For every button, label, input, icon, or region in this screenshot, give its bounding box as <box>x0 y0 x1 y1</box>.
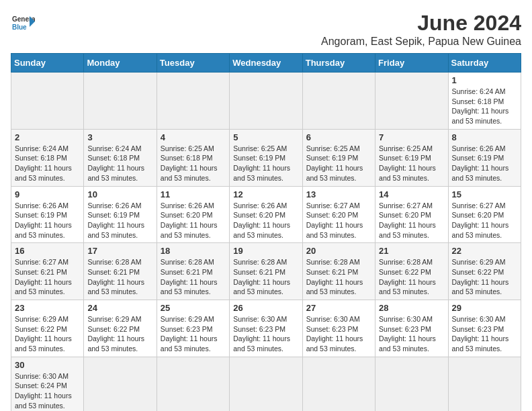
day-number: 17 <box>87 246 152 256</box>
day-info: Sunrise: 6:25 AMSunset: 6:19 PMDaylight:… <box>233 144 298 183</box>
day-number: 15 <box>452 189 517 199</box>
week-row-2: 2Sunrise: 6:24 AMSunset: 6:18 PMDaylight… <box>11 129 521 186</box>
day-info: Sunrise: 6:29 AMSunset: 6:23 PMDaylight:… <box>161 314 226 354</box>
day-cell: 16Sunrise: 6:27 AMSunset: 6:21 PMDayligh… <box>11 243 84 300</box>
day-number: 10 <box>87 189 152 199</box>
day-cell: 29Sunrise: 6:30 AMSunset: 6:23 PMDayligh… <box>448 300 521 357</box>
day-number: 18 <box>161 246 226 256</box>
day-cell: 18Sunrise: 6:28 AMSunset: 6:21 PMDayligh… <box>157 243 229 300</box>
col-header-saturday: Saturday <box>448 54 521 73</box>
day-number: 27 <box>306 303 371 313</box>
day-number: 23 <box>15 303 80 313</box>
col-header-monday: Monday <box>84 54 157 73</box>
day-number: 5 <box>233 132 298 142</box>
day-info: Sunrise: 6:26 AMSunset: 6:20 PMDaylight:… <box>161 201 226 240</box>
day-number: 11 <box>161 189 226 199</box>
day-number: 1 <box>452 75 517 85</box>
day-info: Sunrise: 6:24 AMSunset: 6:18 PMDaylight:… <box>15 144 80 183</box>
day-cell <box>84 73 157 130</box>
day-info: Sunrise: 6:29 AMSunset: 6:22 PMDaylight:… <box>87 314 152 354</box>
day-info: Sunrise: 6:27 AMSunset: 6:20 PMDaylight:… <box>306 201 371 240</box>
day-number: 30 <box>15 360 80 370</box>
day-cell: 5Sunrise: 6:25 AMSunset: 6:19 PMDaylight… <box>230 129 302 186</box>
day-cell: 4Sunrise: 6:25 AMSunset: 6:18 PMDaylight… <box>157 129 229 186</box>
logo-icon: General Blue <box>11 11 35 35</box>
day-info: Sunrise: 6:28 AMSunset: 6:21 PMDaylight:… <box>306 257 371 297</box>
day-cell: 25Sunrise: 6:29 AMSunset: 6:23 PMDayligh… <box>157 300 229 357</box>
day-cell <box>157 73 229 130</box>
calendar-table: SundayMondayTuesdayWednesdayThursdayFrid… <box>11 53 521 411</box>
day-cell <box>84 357 157 411</box>
day-number: 14 <box>379 189 444 199</box>
day-cell: 22Sunrise: 6:29 AMSunset: 6:22 PMDayligh… <box>448 243 521 300</box>
day-cell <box>230 357 302 411</box>
day-info: Sunrise: 6:25 AMSunset: 6:19 PMDaylight:… <box>379 144 444 183</box>
week-row-5: 23Sunrise: 6:29 AMSunset: 6:22 PMDayligh… <box>11 300 521 357</box>
day-number: 28 <box>379 303 444 313</box>
day-cell: 7Sunrise: 6:25 AMSunset: 6:19 PMDaylight… <box>375 129 448 186</box>
day-info: Sunrise: 6:30 AMSunset: 6:23 PMDaylight:… <box>306 314 371 354</box>
day-info: Sunrise: 6:27 AMSunset: 6:20 PMDaylight:… <box>379 201 444 240</box>
day-info: Sunrise: 6:28 AMSunset: 6:21 PMDaylight:… <box>87 257 152 297</box>
title-area: June 2024 Angoram, East Sepik, Papua New… <box>321 11 521 48</box>
day-number: 21 <box>379 246 444 256</box>
day-number: 16 <box>15 246 80 256</box>
week-row-4: 16Sunrise: 6:27 AMSunset: 6:21 PMDayligh… <box>11 243 521 300</box>
col-header-sunday: Sunday <box>11 54 84 73</box>
day-info: Sunrise: 6:24 AMSunset: 6:18 PMDaylight:… <box>87 144 152 183</box>
day-info: Sunrise: 6:25 AMSunset: 6:19 PMDaylight:… <box>306 144 371 183</box>
day-cell: 28Sunrise: 6:30 AMSunset: 6:23 PMDayligh… <box>375 300 448 357</box>
day-info: Sunrise: 6:29 AMSunset: 6:22 PMDaylight:… <box>452 257 517 297</box>
day-cell: 12Sunrise: 6:26 AMSunset: 6:20 PMDayligh… <box>230 186 302 243</box>
col-header-friday: Friday <box>375 54 448 73</box>
day-number: 4 <box>161 132 226 142</box>
svg-text:Blue: Blue <box>12 24 27 31</box>
day-info: Sunrise: 6:25 AMSunset: 6:18 PMDaylight:… <box>161 144 226 183</box>
day-number: 2 <box>15 132 80 142</box>
day-number: 3 <box>87 132 152 142</box>
day-number: 19 <box>233 246 298 256</box>
day-cell: 6Sunrise: 6:25 AMSunset: 6:19 PMDaylight… <box>302 129 375 186</box>
day-number: 24 <box>87 303 152 313</box>
calendar-header-row: SundayMondayTuesdayWednesdayThursdayFrid… <box>11 54 521 73</box>
day-number: 29 <box>452 303 517 313</box>
location-subtitle: Angoram, East Sepik, Papua New Guinea <box>321 36 521 48</box>
day-info: Sunrise: 6:24 AMSunset: 6:18 PMDaylight:… <box>452 87 517 126</box>
logo: General Blue <box>11 11 35 35</box>
week-row-1: 1Sunrise: 6:24 AMSunset: 6:18 PMDaylight… <box>11 73 521 130</box>
day-cell: 19Sunrise: 6:28 AMSunset: 6:21 PMDayligh… <box>230 243 302 300</box>
day-info: Sunrise: 6:30 AMSunset: 6:24 PMDaylight:… <box>15 371 80 411</box>
day-info: Sunrise: 6:26 AMSunset: 6:20 PMDaylight:… <box>233 201 298 240</box>
day-cell: 1Sunrise: 6:24 AMSunset: 6:18 PMDaylight… <box>448 73 521 130</box>
day-cell <box>302 73 375 130</box>
day-info: Sunrise: 6:28 AMSunset: 6:21 PMDaylight:… <box>161 257 226 297</box>
day-number: 9 <box>15 189 80 199</box>
day-cell <box>11 73 84 130</box>
day-info: Sunrise: 6:30 AMSunset: 6:23 PMDaylight:… <box>379 314 444 354</box>
day-number: 6 <box>306 132 371 142</box>
day-cell: 10Sunrise: 6:26 AMSunset: 6:19 PMDayligh… <box>84 186 157 243</box>
col-header-wednesday: Wednesday <box>230 54 302 73</box>
day-number: 7 <box>379 132 444 142</box>
day-info: Sunrise: 6:27 AMSunset: 6:21 PMDaylight:… <box>15 257 80 297</box>
col-header-thursday: Thursday <box>302 54 375 73</box>
col-header-tuesday: Tuesday <box>157 54 229 73</box>
day-cell: 17Sunrise: 6:28 AMSunset: 6:21 PMDayligh… <box>84 243 157 300</box>
day-number: 13 <box>306 189 371 199</box>
day-cell: 13Sunrise: 6:27 AMSunset: 6:20 PMDayligh… <box>302 186 375 243</box>
day-info: Sunrise: 6:30 AMSunset: 6:23 PMDaylight:… <box>233 314 298 354</box>
day-cell <box>230 73 302 130</box>
day-cell: 21Sunrise: 6:28 AMSunset: 6:22 PMDayligh… <box>375 243 448 300</box>
day-cell: 23Sunrise: 6:29 AMSunset: 6:22 PMDayligh… <box>11 300 84 357</box>
day-info: Sunrise: 6:26 AMSunset: 6:19 PMDaylight:… <box>15 201 80 240</box>
day-cell <box>448 357 521 411</box>
day-cell: 3Sunrise: 6:24 AMSunset: 6:18 PMDaylight… <box>84 129 157 186</box>
day-info: Sunrise: 6:28 AMSunset: 6:22 PMDaylight:… <box>379 257 444 297</box>
day-cell: 30Sunrise: 6:30 AMSunset: 6:24 PMDayligh… <box>11 357 84 411</box>
day-number: 25 <box>161 303 226 313</box>
day-number: 22 <box>452 246 517 256</box>
day-info: Sunrise: 6:28 AMSunset: 6:21 PMDaylight:… <box>233 257 298 297</box>
day-cell: 11Sunrise: 6:26 AMSunset: 6:20 PMDayligh… <box>157 186 229 243</box>
day-number: 26 <box>233 303 298 313</box>
day-cell: 26Sunrise: 6:30 AMSunset: 6:23 PMDayligh… <box>230 300 302 357</box>
